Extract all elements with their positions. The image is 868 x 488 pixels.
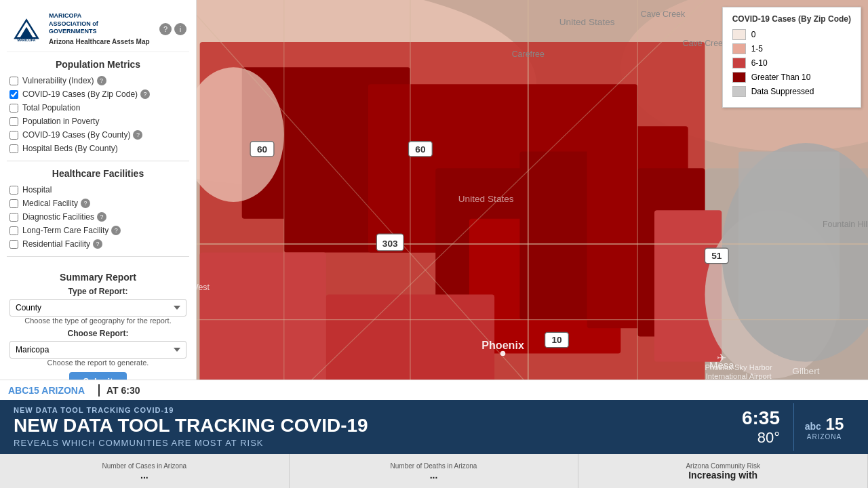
stats-bar: Number of Cases in Arizona ... Number of… — [0, 454, 868, 488]
stat-deaths: Number of Deaths in Arizona ... — [290, 454, 579, 488]
time-display: 6:35 80° — [742, 407, 780, 447]
checkbox-total-population[interactable]: Total Population — [7, 101, 189, 115]
checkbox-total-population-input[interactable] — [9, 104, 18, 113]
app-title: Arizona Healthcare Assets Map — [49, 37, 150, 46]
org-name-line3: GOVERNMENTS — [49, 28, 150, 36]
news-title: NEW DATA TOOL TRACKING COVID-19 — [14, 415, 728, 436]
checkbox-residential[interactable]: Residential Facility ? — [7, 237, 189, 251]
checkbox-vulnerability-label: Vulnerability (Index) — [22, 76, 94, 85]
medical-facility-info-icon[interactable]: ? — [81, 199, 90, 208]
checkbox-long-term-care-input[interactable] — [9, 226, 18, 235]
checkbox-population-poverty-input[interactable] — [9, 117, 18, 126]
healthcare-facilities-header: Healthcare Facilities — [7, 168, 189, 179]
svg-text:Cave Creek: Cave Creek — [641, 9, 686, 19]
diagnostic-info-icon[interactable]: ? — [97, 212, 106, 222]
type-of-report-select[interactable]: County Zip Code Municipality — [9, 299, 186, 317]
checkbox-covid-zip-input[interactable] — [9, 90, 18, 99]
vulnerability-info-icon[interactable]: ? — [97, 76, 106, 85]
stat-risk: Arizona Community Risk Increasing with — [578, 454, 868, 488]
svg-text:United States: United States — [559, 17, 615, 27]
type-of-report-hint: Choose the type of geography for the rep… — [9, 317, 186, 325]
abc-channel-name: ABC15 ARIZONA — [8, 385, 85, 396]
checkbox-medical-facility[interactable]: Medical Facility ? — [7, 197, 189, 210]
legend-swatch-3 — [732, 72, 746, 83]
news-supertitle: NEW DATA TOOL TRACKING COVID-19 — [14, 406, 728, 414]
checkbox-population-poverty[interactable]: Population in Poverty — [7, 115, 189, 128]
covid-county-info-icon[interactable]: ? — [133, 130, 142, 140]
svg-text:Sun City West: Sun City West — [197, 283, 210, 292]
checkbox-hospital-beds[interactable]: Hospital Beds (By County) — [7, 142, 189, 155]
divider-1 — [7, 161, 189, 161]
svg-text:60: 60 — [257, 144, 268, 155]
stat-deaths-label: Number of Deaths in Arizona — [391, 462, 477, 470]
checkbox-hospital-beds-input[interactable] — [9, 144, 18, 153]
type-of-report-label: Type of Report: — [9, 287, 186, 296]
stat-cases: Number of Cases in Arizona ... — [0, 454, 290, 488]
news-headline: NEW DATA TOOL TRACKING COVID-19 NEW DATA… — [14, 406, 728, 448]
help-icon[interactable]: ? — [159, 23, 172, 35]
logo-area: MARICOPA MARICOPA ASSOCIATION of GOVERNM… — [7, 7, 189, 52]
checkbox-covid-zip[interactable]: COVID-19 Cases (By Zip Code) ? — [7, 87, 189, 101]
legend-label-4: Data Suppressed — [751, 87, 814, 96]
time-value: 6:35 — [742, 407, 780, 429]
svg-text:✈: ✈ — [717, 351, 726, 365]
legend-swatch-4 — [732, 86, 746, 97]
legend-label-3: Greater Than 10 — [751, 73, 811, 82]
checkbox-vulnerability-input[interactable] — [9, 77, 18, 85]
healthcare-facilities-list: Hospital Medical Facility ? Diagnostic F… — [7, 183, 189, 251]
population-metrics-list: Vulnerability (Index) ? COVID-19 Cases (… — [7, 74, 189, 155]
svg-text:Gilbert: Gilbert — [792, 366, 819, 376]
stat-risk-value: Increasing with — [688, 470, 757, 481]
checkbox-covid-county-input[interactable] — [9, 131, 18, 140]
checkbox-covid-zip-label: COVID-19 Cases (By Zip Code) — [22, 89, 138, 99]
checkbox-total-population-label: Total Population — [22, 103, 80, 113]
divider-2 — [7, 256, 189, 257]
checkbox-hospital-beds-label: Hospital Beds (By County) — [22, 144, 118, 153]
org-name-line1: MARICOPA — [49, 12, 150, 20]
legend-box: COVID-19 Cases (By Zip Code) 0 1-5 6-10 … — [722, 7, 861, 108]
checkbox-medical-facility-label: Medical Facility — [22, 199, 78, 208]
checkbox-diagnostic-label: Diagnostic Facilities — [22, 212, 94, 222]
svg-text:60: 60 — [415, 144, 426, 155]
info-icon[interactable]: i — [174, 23, 186, 35]
temp-value: 80° — [742, 429, 780, 447]
checkbox-diagnostic-input[interactable] — [9, 213, 18, 222]
checkbox-diagnostic[interactable]: Diagnostic Facilities ? — [7, 210, 189, 224]
long-term-care-info-icon[interactable]: ? — [111, 226, 121, 235]
checkbox-population-poverty-label: Population in Poverty — [22, 117, 99, 126]
stat-cases-value: ... — [140, 470, 149, 481]
choose-report-label: Choose Report: — [9, 329, 186, 338]
svg-rect-23 — [738, 151, 840, 319]
svg-text:Phoenix Sky Harbor: Phoenix Sky Harbor — [705, 363, 772, 371]
residential-info-icon[interactable]: ? — [93, 239, 102, 249]
summary-report-header: Summary Report — [9, 272, 186, 283]
checkbox-vulnerability[interactable]: Vulnerability (Index) ? — [7, 74, 189, 87]
news-ticker: NEW DATA TOOL TRACKING COVID-19 NEW DATA… — [0, 400, 868, 454]
svg-text:United States: United States — [458, 194, 514, 204]
svg-text:International Airport: International Airport — [706, 372, 772, 380]
legend-swatch-1 — [732, 43, 746, 54]
stat-risk-label: Arizona Community Risk — [686, 462, 760, 470]
choose-report-select[interactable]: Maricopa Pima Pinal Yavapai Mohave — [9, 341, 186, 359]
checkbox-medical-facility-input[interactable] — [9, 199, 18, 208]
abc-time-label: AT 6:30 — [106, 385, 140, 396]
channel-number: abc 15 — [805, 414, 844, 433]
checkbox-long-term-care-label: Long-Term Care Facility — [22, 226, 108, 235]
svg-text:51: 51 — [711, 251, 722, 261]
checkbox-residential-input[interactable] — [9, 240, 18, 249]
stat-deaths-value: ... — [430, 470, 438, 481]
svg-text:303: 303 — [382, 239, 398, 249]
covid-zip-info-icon[interactable]: ? — [140, 89, 150, 99]
svg-point-47 — [500, 351, 505, 356]
legend-swatch-0 — [732, 29, 746, 40]
svg-text:Fountain Hills: Fountain Hills — [823, 220, 868, 229]
checkbox-hospital-input[interactable] — [9, 186, 18, 195]
choose-report-hint: Choose the report to generate. — [9, 359, 186, 367]
channel-logo: abc 15 ARIZONA — [793, 403, 854, 451]
checkbox-long-term-care[interactable]: Long-Term Care Facility ? — [7, 224, 189, 237]
abc-bar: ABC15 ARIZONA AT 6:30 — [0, 380, 868, 400]
checkbox-covid-county[interactable]: COVID-19 Cases (By County) ? — [7, 128, 189, 142]
checkbox-residential-label: Residential Facility — [22, 239, 90, 249]
checkbox-hospital[interactable]: Hospital — [7, 183, 189, 197]
checkbox-covid-county-label: COVID-19 Cases (By County) — [22, 130, 130, 140]
